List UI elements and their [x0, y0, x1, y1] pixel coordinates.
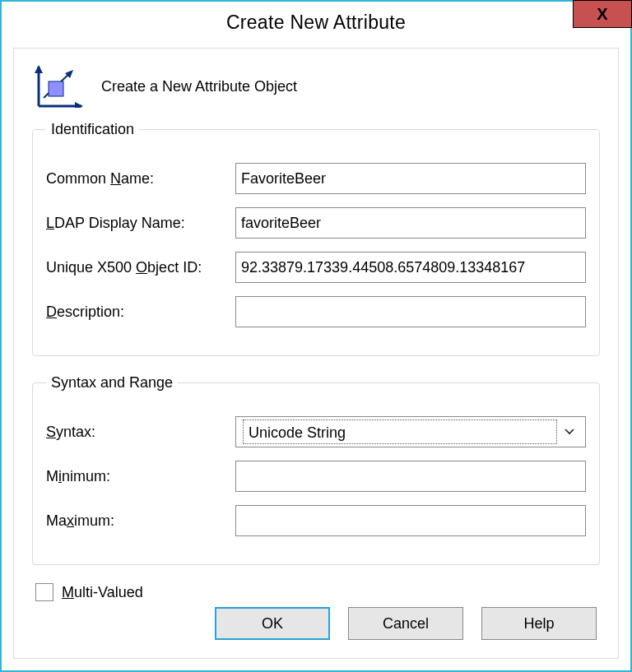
titlebar: Create New Attribute X: [2, 2, 630, 43]
svg-rect-6: [49, 81, 63, 96]
syntax-select-value: Unicode String: [243, 419, 557, 444]
multi-valued-row: Multi-Valued: [35, 583, 600, 601]
description-label: Description:: [46, 304, 235, 321]
syntax-range-legend: Syntax and Range: [46, 374, 178, 392]
object-id-label: Unique X500 Object ID:: [46, 259, 235, 276]
window-title: Create New Attribute: [2, 2, 630, 43]
common-name-row: Common Name:: [46, 163, 586, 194]
ldap-display-name-label: LDAP Display Name:: [46, 215, 235, 232]
attribute-chart-icon: [32, 65, 83, 108]
ok-button[interactable]: OK: [215, 607, 330, 640]
syntax-select[interactable]: Unicode String: [235, 416, 586, 447]
ldap-display-name-row: LDAP Display Name:: [46, 207, 586, 239]
identification-group: Identification Common Name: LDAP Display…: [32, 121, 600, 356]
minimum-label: Minimum:: [46, 468, 235, 485]
cancel-button[interactable]: Cancel: [348, 607, 463, 640]
dialog-content: Create a New Attribute Object Identifica…: [13, 48, 619, 659]
ldap-display-name-input[interactable]: [235, 207, 586, 239]
close-button[interactable]: X: [573, 0, 632, 28]
multi-valued-checkbox[interactable]: [35, 583, 53, 601]
syntax-label: Syntax:: [46, 424, 235, 441]
dialog-window: Create New Attribute X Create a New Attr…: [0, 0, 632, 672]
minimum-row: Minimum:: [46, 461, 586, 492]
dialog-button-row: OK Cancel Help: [215, 607, 597, 640]
dialog-subtitle: Create a New Attribute Object: [101, 78, 297, 95]
close-icon: X: [597, 5, 607, 24]
description-row: Description:: [46, 296, 586, 327]
svg-marker-2: [35, 65, 43, 73]
chevron-down-icon: [559, 418, 580, 446]
maximum-input[interactable]: [235, 505, 586, 536]
maximum-row: Maximum:: [46, 505, 586, 536]
multi-valued-label: Multi-Valued: [62, 584, 143, 601]
description-input[interactable]: [235, 296, 586, 327]
syntax-row: Syntax: Unicode String: [46, 416, 586, 447]
common-name-label: Common Name:: [46, 170, 235, 188]
help-button[interactable]: Help: [481, 607, 597, 640]
dialog-header: Create a New Attribute Object: [32, 65, 600, 108]
svg-marker-3: [75, 102, 83, 108]
identification-legend: Identification: [46, 121, 139, 138]
maximum-label: Maximum:: [46, 512, 235, 530]
object-id-input[interactable]: [235, 252, 586, 283]
object-id-row: Unique X500 Object ID:: [46, 252, 586, 283]
common-name-input[interactable]: [235, 163, 586, 194]
minimum-input[interactable]: [235, 461, 586, 492]
syntax-range-group: Syntax and Range Syntax: Unicode String …: [32, 374, 600, 565]
